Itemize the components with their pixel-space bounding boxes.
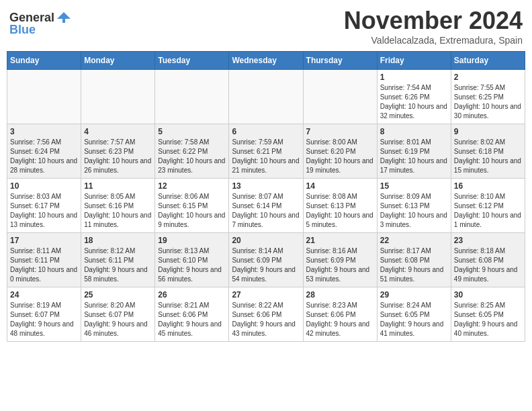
day-number: 20: [232, 236, 300, 245]
calendar-week-row: 10Sunrise: 8:03 AMSunset: 6:17 PMDayligh…: [7, 179, 525, 233]
day-info: Sunrise: 8:10 AMSunset: 6:12 PMDaylight:…: [454, 192, 522, 230]
day-number: 8: [380, 127, 448, 136]
day-info: Sunrise: 7:55 AMSunset: 6:25 PMDaylight:…: [454, 83, 522, 121]
calendar-cell: 30Sunrise: 8:25 AMSunset: 6:05 PMDayligh…: [451, 287, 525, 342]
day-info: Sunrise: 7:56 AMSunset: 6:24 PMDaylight:…: [10, 138, 78, 175]
day-info: Sunrise: 8:18 AMSunset: 6:08 PMDaylight:…: [454, 246, 522, 284]
calendar-cell: 23Sunrise: 8:18 AMSunset: 6:08 PMDayligh…: [451, 233, 525, 287]
day-info: Sunrise: 7:54 AMSunset: 6:26 PMDaylight:…: [380, 83, 448, 121]
day-number: 14: [306, 181, 374, 191]
day-info: Sunrise: 8:12 AMSunset: 6:11 PMDaylight:…: [84, 246, 152, 284]
calendar-cell: 11Sunrise: 8:05 AMSunset: 6:16 PMDayligh…: [81, 179, 155, 233]
calendar-cell: 25Sunrise: 8:20 AMSunset: 6:07 PMDayligh…: [81, 287, 155, 342]
calendar-table: SundayMondayTuesdayWednesdayThursdayFrid…: [7, 51, 525, 342]
calendar-cell: [229, 70, 303, 124]
day-info: Sunrise: 7:58 AMSunset: 6:22 PMDaylight:…: [158, 138, 226, 175]
logo-icon: [56, 9, 72, 26]
day-info: Sunrise: 7:59 AMSunset: 6:21 PMDaylight:…: [232, 138, 300, 175]
day-number: 17: [10, 236, 78, 245]
day-info: Sunrise: 8:06 AMSunset: 6:15 PMDaylight:…: [158, 192, 226, 230]
day-info: Sunrise: 8:01 AMSunset: 6:19 PMDaylight:…: [380, 138, 448, 175]
weekday-header: Tuesday: [155, 52, 229, 70]
day-info: Sunrise: 8:07 AMSunset: 6:14 PMDaylight:…: [232, 192, 300, 230]
weekday-header: Wednesday: [229, 52, 303, 70]
day-number: 9: [454, 127, 522, 136]
weekday-header: Saturday: [451, 52, 525, 70]
day-info: Sunrise: 8:17 AMSunset: 6:08 PMDaylight:…: [380, 246, 448, 284]
day-info: Sunrise: 8:11 AMSunset: 6:11 PMDaylight:…: [10, 246, 78, 284]
svg-marker-0: [57, 12, 71, 23]
calendar-cell: 17Sunrise: 8:11 AMSunset: 6:11 PMDayligh…: [7, 233, 81, 287]
day-number: 29: [380, 290, 448, 300]
calendar-cell: 4Sunrise: 7:57 AMSunset: 6:23 PMDaylight…: [81, 124, 155, 179]
calendar-cell: 18Sunrise: 8:12 AMSunset: 6:11 PMDayligh…: [81, 233, 155, 287]
calendar-cell: [155, 70, 229, 124]
day-info: Sunrise: 8:19 AMSunset: 6:07 PMDaylight:…: [10, 301, 78, 338]
day-number: 6: [232, 127, 300, 136]
calendar-cell: 16Sunrise: 8:10 AMSunset: 6:12 PMDayligh…: [451, 179, 525, 233]
calendar-cell: 8Sunrise: 8:01 AMSunset: 6:19 PMDaylight…: [377, 124, 451, 179]
day-info: Sunrise: 8:23 AMSunset: 6:06 PMDaylight:…: [306, 301, 374, 338]
calendar-cell: 12Sunrise: 8:06 AMSunset: 6:15 PMDayligh…: [155, 179, 229, 233]
calendar-cell: 21Sunrise: 8:16 AMSunset: 6:09 PMDayligh…: [303, 233, 377, 287]
day-number: 28: [306, 290, 374, 300]
calendar-cell: 29Sunrise: 8:24 AMSunset: 6:05 PMDayligh…: [377, 287, 451, 342]
day-number: 23: [454, 236, 522, 245]
day-number: 24: [10, 290, 78, 300]
weekday-header: Sunday: [7, 52, 81, 70]
day-number: 30: [454, 290, 522, 300]
day-number: 12: [158, 181, 226, 191]
calendar-header-row: SundayMondayTuesdayWednesdayThursdayFrid…: [7, 52, 525, 70]
day-number: 4: [84, 127, 152, 136]
day-number: 3: [10, 127, 78, 136]
day-number: 7: [306, 127, 374, 136]
calendar-cell: 15Sunrise: 8:09 AMSunset: 6:13 PMDayligh…: [377, 179, 451, 233]
logo-blue: Blue: [9, 23, 36, 37]
day-number: 18: [84, 236, 152, 245]
day-info: Sunrise: 8:22 AMSunset: 6:06 PMDaylight:…: [232, 301, 300, 338]
day-info: Sunrise: 8:24 AMSunset: 6:05 PMDaylight:…: [380, 301, 448, 338]
day-info: Sunrise: 8:25 AMSunset: 6:05 PMDaylight:…: [454, 301, 522, 338]
day-info: Sunrise: 8:13 AMSunset: 6:10 PMDaylight:…: [158, 246, 226, 284]
day-number: 10: [10, 181, 78, 191]
calendar-cell: 26Sunrise: 8:21 AMSunset: 6:06 PMDayligh…: [155, 287, 229, 342]
day-info: Sunrise: 8:03 AMSunset: 6:17 PMDaylight:…: [10, 192, 78, 230]
calendar-cell: 7Sunrise: 8:00 AMSunset: 6:20 PMDaylight…: [303, 124, 377, 179]
month-title: November 2024: [344, 7, 523, 35]
calendar-week-row: 24Sunrise: 8:19 AMSunset: 6:07 PMDayligh…: [7, 287, 525, 342]
calendar-cell: 13Sunrise: 8:07 AMSunset: 6:14 PMDayligh…: [229, 179, 303, 233]
location-subtitle: Valdelacalzada, Extremadura, Spain: [344, 35, 523, 46]
day-info: Sunrise: 8:00 AMSunset: 6:20 PMDaylight:…: [306, 138, 374, 175]
day-info: Sunrise: 8:20 AMSunset: 6:07 PMDaylight:…: [84, 301, 152, 338]
day-info: Sunrise: 8:21 AMSunset: 6:06 PMDaylight:…: [158, 301, 226, 338]
day-info: Sunrise: 8:02 AMSunset: 6:18 PMDaylight:…: [454, 138, 522, 175]
day-number: 19: [158, 236, 226, 245]
day-number: 27: [232, 290, 300, 300]
day-number: 2: [454, 73, 522, 82]
day-info: Sunrise: 8:16 AMSunset: 6:09 PMDaylight:…: [306, 246, 374, 284]
calendar-cell: [303, 70, 377, 124]
calendar-cell: 14Sunrise: 8:08 AMSunset: 6:13 PMDayligh…: [303, 179, 377, 233]
calendar-cell: 24Sunrise: 8:19 AMSunset: 6:07 PMDayligh…: [7, 287, 81, 342]
day-number: 22: [380, 236, 448, 245]
calendar-week-row: 1Sunrise: 7:54 AMSunset: 6:26 PMDaylight…: [7, 70, 525, 124]
calendar-week-row: 3Sunrise: 7:56 AMSunset: 6:24 PMDaylight…: [7, 124, 525, 179]
page-header: General Blue November 2024 Valdelacalzad…: [7, 7, 525, 46]
calendar-cell: 9Sunrise: 8:02 AMSunset: 6:18 PMDaylight…: [451, 124, 525, 179]
title-block: November 2024 Valdelacalzada, Extremadur…: [344, 7, 523, 46]
day-number: 25: [84, 290, 152, 300]
weekday-header: Thursday: [303, 52, 377, 70]
day-number: 13: [232, 181, 300, 191]
day-info: Sunrise: 8:09 AMSunset: 6:13 PMDaylight:…: [380, 192, 448, 230]
calendar-cell: 2Sunrise: 7:55 AMSunset: 6:25 PMDaylight…: [451, 70, 525, 124]
day-info: Sunrise: 7:57 AMSunset: 6:23 PMDaylight:…: [84, 138, 152, 175]
calendar-cell: 6Sunrise: 7:59 AMSunset: 6:21 PMDaylight…: [229, 124, 303, 179]
calendar-cell: 3Sunrise: 7:56 AMSunset: 6:24 PMDaylight…: [7, 124, 81, 179]
calendar-cell: [7, 70, 81, 124]
day-info: Sunrise: 8:08 AMSunset: 6:13 PMDaylight:…: [306, 192, 374, 230]
day-info: Sunrise: 8:05 AMSunset: 6:16 PMDaylight:…: [84, 192, 152, 230]
calendar-week-row: 17Sunrise: 8:11 AMSunset: 6:11 PMDayligh…: [7, 233, 525, 287]
day-number: 15: [380, 181, 448, 191]
calendar-cell: 27Sunrise: 8:22 AMSunset: 6:06 PMDayligh…: [229, 287, 303, 342]
weekday-header: Monday: [81, 52, 155, 70]
